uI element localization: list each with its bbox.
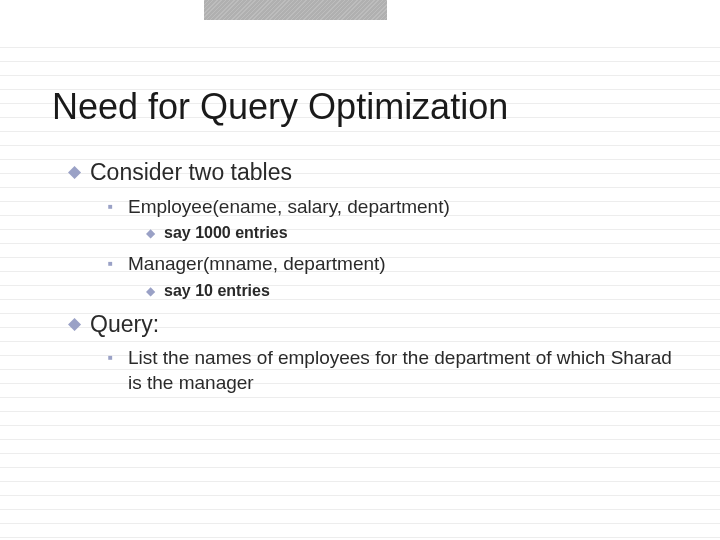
- bullet-text: say 10 entries: [164, 281, 678, 302]
- diamond-bullet-icon: ◆: [68, 158, 90, 186]
- bullet-text: say 1000 entries: [164, 223, 678, 244]
- bullet-text: Employee(ename, salary, department): [128, 195, 678, 220]
- diamond-bullet-icon: ◆: [146, 223, 164, 243]
- bullet-consider-two-tables: ◆ Consider two tables: [68, 158, 678, 187]
- bullet-manager-table: ■ Manager(mname, department): [108, 252, 678, 277]
- bullet-text: List the names of employees for the depa…: [128, 346, 678, 395]
- bullet-query: ◆ Query:: [68, 310, 678, 339]
- slide-content: Need for Query Optimization ◆ Consider t…: [0, 0, 720, 540]
- square-bullet-icon: ■: [108, 195, 128, 218]
- slide-title: Need for Query Optimization: [52, 86, 508, 128]
- bullet-employee-count: ◆ say 1000 entries: [146, 223, 678, 244]
- square-bullet-icon: ■: [108, 346, 128, 369]
- bullet-text: Query:: [90, 310, 678, 339]
- bullet-text: Manager(mname, department): [128, 252, 678, 277]
- header-placeholder-hatch: [204, 0, 387, 20]
- diamond-bullet-icon: ◆: [68, 310, 90, 338]
- bullet-employee-table: ■ Employee(ename, salary, department): [108, 195, 678, 220]
- diamond-bullet-icon: ◆: [146, 281, 164, 301]
- square-bullet-icon: ■: [108, 252, 128, 275]
- bullet-query-description: ■ List the names of employees for the de…: [108, 346, 678, 395]
- bullet-text: Consider two tables: [90, 158, 678, 187]
- bullet-manager-count: ◆ say 10 entries: [146, 281, 678, 302]
- slide-body: ◆ Consider two tables ■ Employee(ename, …: [68, 150, 678, 396]
